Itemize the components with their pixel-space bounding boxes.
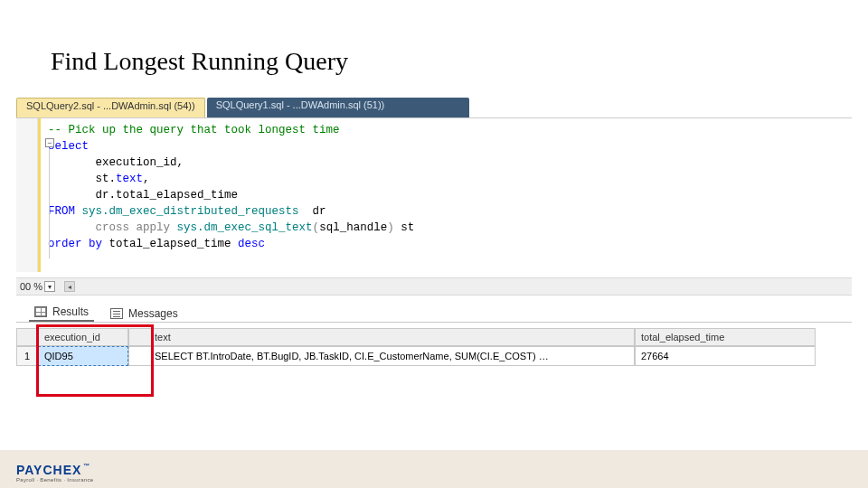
cell-execution-id[interactable]: QID95: [38, 346, 128, 366]
col-header-text[interactable]: text: [128, 328, 635, 346]
zoom-level[interactable]: 00 %: [20, 281, 42, 292]
messages-icon: [110, 308, 123, 319]
fold-guide-line: [49, 148, 50, 258]
trademark-icon: ™: [83, 463, 90, 469]
editor-gutter: [16, 118, 38, 272]
sql-editor[interactable]: − -- Pick up the query that took longest…: [16, 117, 852, 272]
sql-code[interactable]: -- Pick up the query that took longest t…: [41, 118, 852, 272]
zoom-strip: 00 % ▾ ◂: [16, 277, 852, 296]
slide-title: Find Longest Running Query: [51, 47, 348, 76]
tab-messages-label: Messages: [128, 307, 178, 320]
fold-toggle-icon[interactable]: −: [45, 138, 54, 147]
output-tab-strip: Results Messages: [16, 301, 852, 323]
col-header-execution-id[interactable]: execution_id: [38, 328, 128, 346]
zoom-dropdown-icon[interactable]: ▾: [44, 281, 55, 292]
cell-text[interactable]: SELECT BT.IntroDate, BT.BugID, JB.TaskID…: [128, 346, 635, 366]
grid-icon: [34, 306, 47, 317]
slide-footer: [0, 450, 868, 488]
brand-tagline: Payroll · Benefits · Insurance: [16, 477, 93, 483]
hscroll-left-icon[interactable]: ◂: [64, 281, 75, 292]
brand-name: PAYCHEX: [16, 463, 81, 477]
tab-messages[interactable]: Messages: [105, 305, 184, 322]
ssms-panel: SQLQuery2.sql - ...DWAdmin.sql (54)) SQL…: [16, 98, 852, 366]
table-row[interactable]: 1 QID95 SELECT BT.IntroDate, BT.BugID, J…: [16, 346, 852, 366]
row-header-corner: [16, 328, 38, 346]
grid-header-row: execution_id text total_elapsed_time: [16, 328, 852, 346]
row-number[interactable]: 1: [16, 346, 38, 366]
results-grid[interactable]: execution_id text total_elapsed_time 1 Q…: [16, 328, 852, 366]
editor-tab-active[interactable]: SQLQuery2.sql - ...DWAdmin.sql (54)): [16, 98, 205, 117]
tab-results-label: Results: [52, 305, 89, 318]
editor-tab-strip: SQLQuery2.sql - ...DWAdmin.sql (54)) SQL…: [16, 98, 852, 117]
editor-tab-inactive[interactable]: SQLQuery1.sql - ...DWAdmin.sql (51)): [207, 98, 469, 117]
cell-total-elapsed-time[interactable]: 27664: [635, 346, 816, 366]
col-header-total-elapsed-time[interactable]: total_elapsed_time: [635, 328, 816, 346]
tab-results[interactable]: Results: [29, 304, 94, 322]
brand-logo: PAYCHEX™ Payroll · Benefits · Insurance: [16, 463, 93, 483]
